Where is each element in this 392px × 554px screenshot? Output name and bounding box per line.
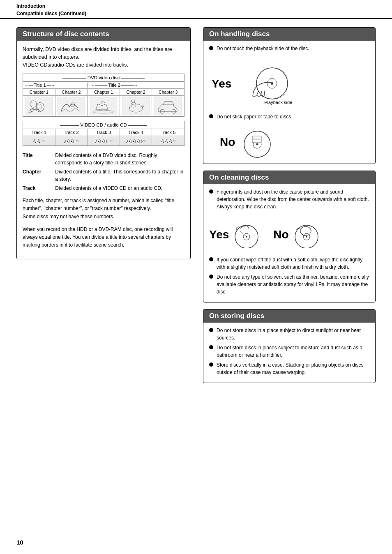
chapter-cell-5: Chapter 3 xyxy=(152,89,184,95)
handling-title: On handling discs xyxy=(203,28,375,41)
dvd-image-5 xyxy=(152,96,184,116)
page-number: 10 xyxy=(16,539,23,546)
cleaning-bullet-1: Fingerprints and dust on the disc cause … xyxy=(209,188,369,210)
header-subtitle: Compatible discs (Continued) xyxy=(16,11,376,16)
def-term-chapter: Chapter xyxy=(23,168,51,183)
cleaning-bullet-list-2: If you cannot wipe off the dust with a s… xyxy=(203,252,375,302)
music-cell-4: ♪♫♫♫♪~ xyxy=(120,136,152,145)
structure-section-box: Structure of disc contents Normally, DVD… xyxy=(16,27,191,259)
chapter-cell-3: Chapter 1 xyxy=(88,89,120,95)
cleaning-bullet-list: Fingerprints and dust on the disc cause … xyxy=(203,184,375,217)
cleaning-content: Fingerprints and dust on the disc cause … xyxy=(203,184,375,302)
definitions: Title : Divided contents of a DVD video … xyxy=(23,152,184,192)
playback-side-label: Playback side xyxy=(264,100,292,105)
track-cell-1: Track 1 xyxy=(23,129,55,136)
header: Introduction Compatible discs (Continued… xyxy=(0,0,392,19)
def-term-track: Track xyxy=(23,185,51,192)
dvd-image-1 xyxy=(23,96,55,116)
storing-bullet-list: Do not store discs in a place subject to… xyxy=(203,323,375,383)
right-column: On handling discs Do not touch the playb… xyxy=(203,27,376,390)
bullet-dot-1 xyxy=(209,46,213,50)
svg-point-26 xyxy=(306,236,307,238)
track-cell-3: Track 3 xyxy=(88,129,120,136)
svg-rect-9 xyxy=(154,97,182,115)
cleaning-no-label: No xyxy=(273,228,288,241)
vcd-tracks-row: Track 1 Track 2 Track 3 Track 4 Track 5 xyxy=(23,129,184,136)
bullet-dot-storing-2 xyxy=(209,345,213,349)
music-cell-3: ♪♫♫♪ ~ xyxy=(88,136,120,145)
handling-bullet-1: Do not touch the playback side of the di… xyxy=(209,45,369,52)
handling-content: Do not touch the playback side of the di… xyxy=(203,41,375,164)
cleaning-yes-label: Yes xyxy=(209,228,229,241)
bullet-dot-cleaning-2 xyxy=(209,257,213,261)
no-label: No xyxy=(220,136,235,148)
chapter-cell-4: Chapter 2 xyxy=(120,89,152,95)
vcd-diagram-title: ———— VIDEO CD / audio CD ———— xyxy=(23,121,184,129)
def-desc-track: Divided contents of a VIDEO CD or an aud… xyxy=(55,185,184,192)
def-title: Title : Divided contents of a DVD video … xyxy=(23,152,184,166)
no-disc-area: No xyxy=(203,127,375,164)
def-desc-chapter: Divided contents of a title. This corres… xyxy=(55,168,184,183)
svg-point-17 xyxy=(256,143,258,145)
dvd-image-2 xyxy=(55,96,88,116)
def-track: Track : Divided contents of a VIDEO CD o… xyxy=(23,185,184,192)
handling-bullet-2: Do not stick paper or tape to discs. xyxy=(209,113,369,120)
track-cell-5: Track 5 xyxy=(152,129,184,136)
yes-disc-area: Yes xyxy=(203,59,375,109)
cleaning-bullet-3: Do not use any type of solvent such as t… xyxy=(209,273,369,295)
cleaning-bullet-2: If you cannot wipe off the dust with a s… xyxy=(209,256,369,271)
structure-content: Normally, DVD video discs are divided in… xyxy=(17,41,190,259)
handling-bullet-list-2: Do not stick paper or tape to discs. xyxy=(203,109,375,127)
vcd-music-row: ♫♫ ~ ♪♫♫ ~ ♪♫♫♪ ~ ♪♫♫♫♪~ ♫♫♫~ xyxy=(23,136,184,145)
track-cell-2: Track 2 xyxy=(55,129,88,136)
storing-bullet-2: Do not store discs in places subject to … xyxy=(209,344,369,359)
page-wrapper: Introduction Compatible discs (Continued… xyxy=(0,0,392,554)
yes-label: Yes xyxy=(212,77,231,90)
cleaning-title: On cleaning discs xyxy=(203,171,375,184)
def-desc-title: Divided contents of a DVD video disc. Ro… xyxy=(55,152,184,166)
storing-section-box: On storing discs Do not store discs in a… xyxy=(203,309,376,383)
music-cell-5: ♫♫♫~ xyxy=(152,136,184,145)
body-text-1: Each title, chapter, or track is assigne… xyxy=(23,197,184,221)
dvd-diagram-title: ————— DVD video disc ————— xyxy=(23,74,184,82)
vcd-diagram: ———— VIDEO CD / audio CD ———— Track 1 Tr… xyxy=(23,121,184,146)
storing-bullet-3: Store discs vertically in a case. Stacki… xyxy=(209,361,369,376)
music-cell-2: ♪♫♫ ~ xyxy=(55,136,88,145)
storing-bullet-1: Do not store discs in a place subject to… xyxy=(209,327,369,342)
bullet-dot-cleaning-1 xyxy=(209,189,213,194)
structure-title: Structure of disc contents xyxy=(17,28,190,41)
music-cell-1: ♫♫ ~ xyxy=(23,136,55,145)
storing-title: On storing discs xyxy=(203,309,375,323)
cleaning-section-box: On cleaning discs Fingerprints and dust … xyxy=(203,171,376,302)
bullet-dot-2 xyxy=(209,114,213,118)
svg-rect-18 xyxy=(252,136,261,143)
cleaning-yes-no-area: Yes xyxy=(203,217,375,252)
content-area: Structure of disc contents Normally, DVD… xyxy=(0,19,392,398)
yes-disc-illustration: Playback side xyxy=(240,63,292,105)
dvd-image-3 xyxy=(88,96,120,116)
bullet-dot-storing-1 xyxy=(209,328,213,332)
bullet-dot-storing-3 xyxy=(209,362,213,367)
dvd-chapters-row: Chapter 1 Chapter 2 Chapter 1 Chapter 2 … xyxy=(23,88,184,95)
dvd-image-4 xyxy=(120,96,152,116)
bullet-dot-cleaning-3 xyxy=(209,275,213,279)
handling-bullet-list: Do not touch the playback side of the di… xyxy=(203,41,375,59)
chapter-cell-2: Chapter 2 xyxy=(55,89,88,95)
dvd-diagram: ————— DVD video disc ————— ←— Title 1 —→… xyxy=(23,74,184,117)
chapter-cell-1: Chapter 1 xyxy=(23,89,55,95)
dvd-images-row xyxy=(23,95,184,116)
left-column: Structure of disc contents Normally, DVD… xyxy=(16,27,191,390)
intro-text: Normally, DVD video discs are divided in… xyxy=(23,46,184,69)
def-term-title: Title xyxy=(23,152,51,166)
svg-point-14 xyxy=(271,82,273,85)
body-text-2: When you record on the HDD or a DVD-RAM … xyxy=(23,226,184,249)
dvd-titles-row: ←— Title 1 —→ ←——— Title 2 ———→ xyxy=(23,82,184,88)
header-section: Introduction xyxy=(16,3,376,9)
track-cell-4: Track 4 xyxy=(120,129,152,136)
def-chapter: Chapter : Divided contents of a title. T… xyxy=(23,168,184,183)
handling-section-box: On handling discs Do not touch the playb… xyxy=(203,27,376,164)
